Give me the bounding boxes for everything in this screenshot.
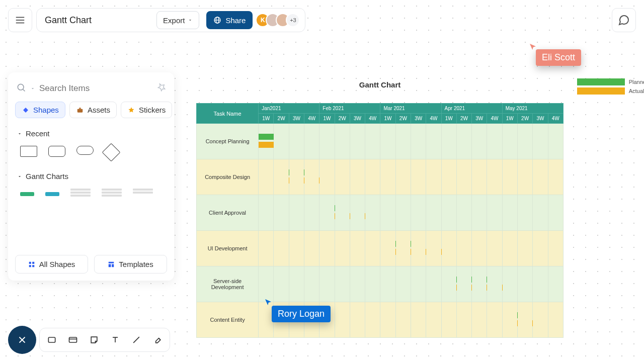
section-label: Gantt Charts [26,172,68,180]
task-name: Composite Design [197,159,259,195]
svg-rect-21 [69,337,77,342]
share-label: Share [225,16,246,25]
gantt-shape[interactable] [70,189,91,200]
hamburger-icon [15,15,26,26]
svg-rect-8 [23,108,28,113]
table-row: UI Development [197,231,564,266]
table-row: Composite Design [197,159,564,195]
shape-diamond[interactable] [102,143,121,162]
tab-stickers[interactable]: Stickers [121,102,172,118]
tab-shapes[interactable]: Shapes [15,102,65,118]
avatar-more[interactable]: +3 [286,13,300,27]
task-name: Client Approval [197,195,259,231]
tool-strip [39,328,170,352]
table-row: Concept Planning [197,124,564,159]
chart-title: Gantt Chart [196,80,564,89]
legend-swatch-planned [577,78,625,85]
svg-line-25 [133,337,139,343]
document-title[interactable]: Gantt Chart [45,15,149,26]
svg-rect-14 [32,265,34,267]
collaborator-avatars[interactable]: K +3 [260,13,300,27]
svg-rect-10 [79,108,81,109]
chat-icon [618,14,630,26]
close-icon [17,334,28,345]
tool-card[interactable] [66,333,80,347]
share-button[interactable]: Share [206,11,253,29]
diamond-icon [22,106,30,114]
svg-rect-13 [29,265,31,267]
gantt-shape[interactable] [20,192,34,196]
pin-icon[interactable] [157,83,166,94]
canvas[interactable]: Planned Actual Gantt Chart Task NameJan2… [196,80,564,338]
tool-rectangle[interactable] [45,333,59,347]
chat-button[interactable] [612,8,636,32]
table-row: Server-side Development [197,266,564,302]
search-icon [16,82,26,95]
svg-rect-17 [112,264,114,267]
legend-swatch-actual [577,87,625,95]
section-recent[interactable]: Recent [15,123,167,142]
shape-rounded-rect[interactable] [48,146,65,157]
section-label: Recent [26,129,50,138]
main-menu-button[interactable] [8,8,32,32]
task-name: UI Development [197,231,259,266]
svg-line-7 [23,89,25,92]
svg-point-6 [18,84,24,90]
tab-assets[interactable]: Assets [69,102,117,118]
svg-rect-16 [109,264,111,267]
cursor-tag-eli: Eli Scott [536,49,581,66]
section-gantt[interactable]: Gantt Charts [15,166,167,185]
tool-pen[interactable] [150,333,165,347]
title-bar: Gantt Chart Export Share K +3 [36,8,305,32]
export-label: Export [163,16,185,25]
button-label: All Shapes [39,260,75,268]
legend-label: Actual [629,88,644,94]
caret-down-icon [17,174,22,179]
svg-rect-11 [29,261,31,263]
search-input[interactable] [39,83,153,94]
gantt-table: Task NameJan2021Feb 2021Mar 2021Apr 2021… [196,103,564,338]
tab-label: Stickers [139,106,166,114]
cursor-tag-rory: Rory Logan [272,306,331,322]
gantt-shape[interactable] [102,189,122,200]
tab-label: Assets [88,106,110,114]
grid-icon [28,261,35,268]
legend-label: Planned [629,79,644,85]
tab-label: Shapes [33,106,59,114]
all-shapes-button[interactable]: All Shapes [15,255,88,274]
task-name: Server-side Development [197,266,259,302]
shape-pill[interactable] [76,146,94,155]
chevron-down-icon[interactable] [30,86,35,91]
star-icon [127,106,135,114]
tool-sticky[interactable] [87,333,101,347]
template-icon [108,261,115,268]
task-name: Concept Planning [197,124,259,159]
svg-rect-12 [32,261,34,263]
table-row: Content Entity [197,302,564,338]
task-name: Content Entity [197,302,259,338]
cursor-pointer [264,298,273,307]
gantt-shape[interactable] [45,192,59,196]
caret-down-icon [17,131,22,136]
export-button[interactable]: Export [156,11,199,29]
briefcase-icon [76,106,84,114]
tool-text[interactable] [108,333,122,347]
shapes-panel: Shapes Assets Stickers Recent Gantt Char… [8,72,174,281]
tool-line[interactable] [129,333,143,347]
gantt-shape[interactable] [133,189,153,200]
bar-actual[interactable] [259,142,274,148]
legend: Planned Actual [577,78,644,97]
button-label: Templates [119,260,153,268]
table-row: Client Approval [197,195,564,231]
svg-rect-9 [77,109,83,112]
templates-button[interactable]: Templates [94,255,167,274]
globe-icon [213,16,221,24]
svg-rect-20 [48,337,55,342]
svg-rect-15 [109,261,114,263]
bar-planned[interactable] [259,134,274,140]
close-panel-button[interactable] [8,326,36,354]
shape-rectangle[interactable] [20,146,37,157]
chevron-down-icon [188,18,193,23]
